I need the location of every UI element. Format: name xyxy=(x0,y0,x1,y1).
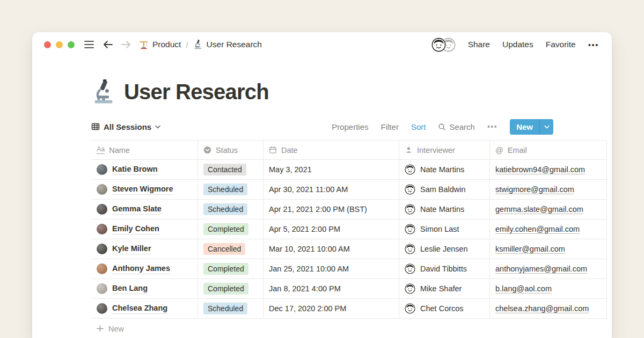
email-link[interactable]: ksmiller@gmail.com xyxy=(495,245,565,253)
crane-icon xyxy=(139,40,149,49)
email-link[interactable]: gemma.slate@gmail.com xyxy=(495,205,583,214)
interviewer-avatar xyxy=(405,303,415,314)
status-cell[interactable]: Completed xyxy=(198,219,264,239)
email-cell[interactable]: chelsea.zhang@gmail.com xyxy=(490,299,607,318)
column-header-status[interactable]: Status xyxy=(198,141,264,159)
date-cell[interactable]: May 3, 2021 xyxy=(264,160,399,179)
table-row: Ben Lang Completed Jan 8, 2021 4:00 PM M… xyxy=(91,279,607,299)
status-cell[interactable]: Cancelled xyxy=(198,239,264,259)
date-cell[interactable]: Apr 21, 2021 2:00 PM (BST) xyxy=(264,200,399,219)
page-title[interactable]: User Research xyxy=(124,80,269,104)
properties-button[interactable]: Properties xyxy=(332,122,368,131)
collaborator-avatar xyxy=(431,38,446,52)
filter-button[interactable]: Filter xyxy=(381,122,399,131)
session-name-link[interactable]: Emily Cohen xyxy=(112,224,159,234)
close-window-button[interactable] xyxy=(44,41,51,48)
avatar xyxy=(97,263,107,274)
table-view-icon xyxy=(91,122,100,131)
more-options-icon[interactable]: ••• xyxy=(588,40,599,49)
interviewer-avatar xyxy=(405,244,415,254)
new-button-label[interactable]: New xyxy=(510,119,539,135)
date-cell[interactable]: Jan 25, 2021 10:00 AM xyxy=(264,259,399,278)
toolbar-more-icon[interactable]: ••• xyxy=(487,122,497,131)
interviewer-cell[interactable]: Nate Martins xyxy=(399,160,490,179)
status-cell[interactable]: Contacted xyxy=(198,160,264,179)
new-row-button[interactable]: New xyxy=(91,319,607,338)
email-cell[interactable]: stwigmore@gmail.com xyxy=(490,180,607,199)
interviewer-cell[interactable]: Leslie Jensen xyxy=(399,239,490,259)
interviewer-name: Simon Last xyxy=(420,225,459,233)
email-cell[interactable]: ksmiller@gmail.com xyxy=(490,239,607,259)
back-arrow-icon[interactable] xyxy=(103,40,113,49)
breadcrumb-user-research[interactable]: User Research xyxy=(193,40,262,49)
session-name-link[interactable]: Kyle Miller xyxy=(112,244,151,254)
session-name-link[interactable]: Anthony James xyxy=(112,263,170,274)
sort-button[interactable]: Sort xyxy=(411,122,426,131)
avatar xyxy=(97,303,107,314)
name-cell[interactable]: Anthony James xyxy=(91,259,198,278)
name-cell[interactable]: Kyle Miller xyxy=(91,239,198,259)
minimize-window-button[interactable] xyxy=(56,41,63,48)
interviewer-cell[interactable]: Sam Baldwin xyxy=(399,180,490,199)
column-header-date[interactable]: Date xyxy=(264,141,399,159)
email-cell[interactable]: emily.cohen@gmail.com xyxy=(490,219,607,239)
forward-arrow-icon[interactable] xyxy=(121,40,131,49)
name-cell[interactable]: Steven Wigmore xyxy=(91,180,198,199)
email-cell[interactable]: anthonyjames@gmail.com xyxy=(490,259,607,278)
email-cell[interactable]: b.lang@aol.com xyxy=(490,279,607,298)
maximize-window-button[interactable] xyxy=(68,41,75,48)
interviewer-cell[interactable]: Mike Shafer xyxy=(399,279,490,298)
status-cell[interactable]: Completed xyxy=(198,259,264,278)
email-link[interactable]: chelsea.zhang@gmail.com xyxy=(495,304,589,313)
email-link[interactable]: anthonyjames@gmail.com xyxy=(495,264,587,273)
interviewer-avatar xyxy=(405,224,415,234)
name-cell[interactable]: Katie Brown xyxy=(91,160,198,179)
session-name-link[interactable]: Katie Brown xyxy=(112,164,158,175)
new-button[interactable]: New xyxy=(510,119,553,135)
search-icon xyxy=(438,123,446,131)
interviewer-cell[interactable]: Nate Martins xyxy=(399,200,490,219)
status-cell[interactable]: Completed xyxy=(198,279,264,298)
status-cell[interactable]: Scheduled xyxy=(198,200,264,219)
interviewer-cell[interactable]: Chet Corcos xyxy=(399,299,490,318)
date-cell[interactable]: Apr 30, 2021 11:00 AM xyxy=(264,180,399,199)
name-cell[interactable]: Gemma Slate xyxy=(91,200,198,219)
avatar xyxy=(97,224,107,234)
email-link[interactable]: stwigmore@gmail.com xyxy=(495,185,574,194)
window-topbar: Product / User Research Share Updates Fa… xyxy=(32,32,612,57)
session-name-link[interactable]: Gemma Slate xyxy=(112,204,162,215)
email-cell[interactable]: katiebrown94@gmail.com xyxy=(490,160,607,179)
interviewer-avatar xyxy=(405,164,415,175)
favorite-button[interactable]: Favorite xyxy=(546,40,576,49)
name-cell[interactable]: Ben Lang xyxy=(91,279,198,298)
email-cell[interactable]: gemma.slate@gmail.com xyxy=(490,200,607,219)
name-cell[interactable]: Emily Cohen xyxy=(91,219,198,239)
column-header-interviewer[interactable]: Interviewer xyxy=(399,141,490,159)
email-link[interactable]: katiebrown94@gmail.com xyxy=(495,165,585,174)
email-link[interactable]: emily.cohen@gmail.com xyxy=(495,225,580,233)
email-link[interactable]: b.lang@aol.com xyxy=(495,284,552,293)
status-cell[interactable]: Scheduled xyxy=(198,180,264,199)
column-header-email[interactable]: @ Email xyxy=(490,141,607,159)
status-cell[interactable]: Scheduled xyxy=(198,299,264,318)
date-cell[interactable]: Mar 10, 2021 10:00 AM xyxy=(264,239,399,259)
date-cell[interactable]: Dec 17, 2020 2:00 PM xyxy=(264,299,399,318)
session-name-link[interactable]: Steven Wigmore xyxy=(112,184,173,195)
column-header-name[interactable]: Aa Name xyxy=(91,141,198,159)
date-cell[interactable]: Apr 5, 2021 2:00 PM xyxy=(264,219,399,239)
updates-button[interactable]: Updates xyxy=(502,40,533,49)
breadcrumb-product[interactable]: Product xyxy=(139,40,181,49)
status-badge: Scheduled xyxy=(203,203,247,215)
microscope-icon[interactable] xyxy=(91,79,116,104)
session-name-link[interactable]: Ben Lang xyxy=(112,283,148,294)
interviewer-cell[interactable]: Simon Last xyxy=(399,219,490,239)
menu-icon[interactable] xyxy=(84,41,94,48)
interviewer-cell[interactable]: David Tibbitts xyxy=(399,259,490,278)
new-button-dropdown[interactable] xyxy=(539,119,553,135)
date-cell[interactable]: Jan 8, 2021 4:00 PM xyxy=(264,279,399,298)
view-switcher[interactable]: All Sessions xyxy=(91,122,160,131)
share-button[interactable]: Share xyxy=(468,40,490,49)
name-cell[interactable]: Chelsea Zhang xyxy=(91,299,198,318)
search-button[interactable]: Search xyxy=(438,122,475,131)
session-name-link[interactable]: Chelsea Zhang xyxy=(112,303,167,314)
